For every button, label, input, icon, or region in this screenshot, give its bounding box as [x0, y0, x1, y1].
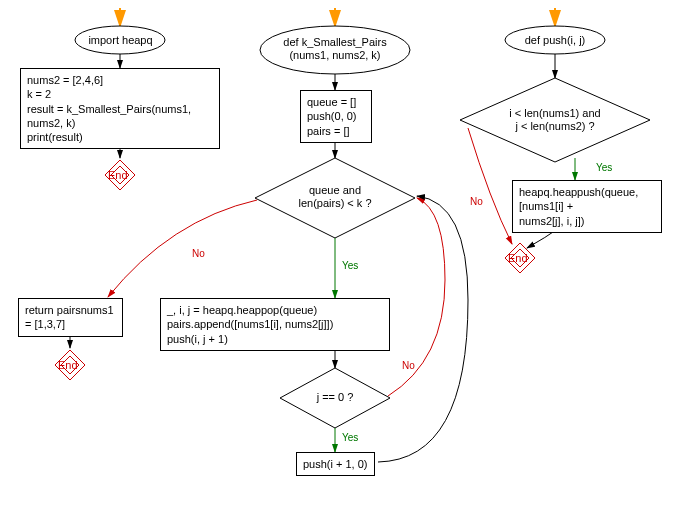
pop-block: _, i, j = heapq.heappop(queue) pairs.app…: [160, 298, 390, 351]
edge-yes-1: Yes: [342, 260, 358, 271]
import-ellipse: import heapq: [78, 34, 163, 47]
edge-no-3: No: [470, 196, 483, 207]
push-next-block: push(i + 1, 0): [296, 452, 375, 476]
cond-queue-len: queue and len(pairs) < k ?: [290, 184, 380, 210]
funcdef-push: def push(i, j): [515, 34, 595, 47]
cond-j-zero: j == 0 ?: [310, 391, 360, 404]
cond-bounds: i < len(nums1) and j < len(nums2) ?: [495, 107, 615, 133]
init-block: queue = [] push(0, 0) pairs = []: [300, 90, 372, 143]
main-block: nums2 = [2,4,6] k = 2 result = k_Smalles…: [20, 68, 220, 149]
end-3: End: [508, 252, 528, 265]
end-2: End: [58, 359, 78, 372]
heappush-block: heapq.heappush(queue, [nums1[i] + nums2[…: [512, 180, 662, 233]
edge-no-1: No: [192, 248, 205, 259]
return-block: return pairsnums1 = [1,3,7]: [18, 298, 123, 337]
funcdef-k-smallest: def k_Smallest_Pairs (nums1, nums2, k): [275, 36, 395, 62]
end-1: End: [108, 169, 128, 182]
edge-yes-2: Yes: [342, 432, 358, 443]
edge-yes-3: Yes: [596, 162, 612, 173]
edge-no-2: No: [402, 360, 415, 371]
